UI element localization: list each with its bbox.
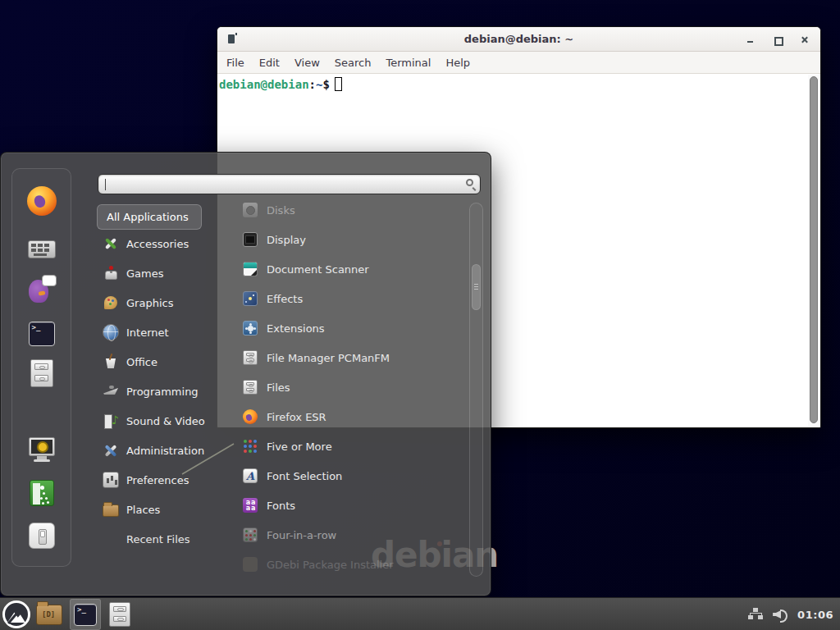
app-item-font-selection[interactable]: Font Selection bbox=[231, 461, 466, 491]
display-icon bbox=[243, 232, 258, 247]
shut-down-icon bbox=[29, 523, 55, 549]
app-item-document-scanner[interactable]: Document Scanner bbox=[231, 254, 466, 284]
app-label: Disks bbox=[267, 204, 295, 217]
office-icon bbox=[103, 354, 119, 370]
menu-terminal[interactable]: Terminal bbox=[378, 53, 438, 72]
volume-icon[interactable] bbox=[773, 608, 788, 621]
app-item-five-or-more[interactable]: Five or More bbox=[231, 431, 466, 461]
four-in-a-row-icon bbox=[243, 527, 258, 542]
internet-globe-icon bbox=[103, 324, 119, 340]
files-launcher[interactable] bbox=[109, 602, 130, 627]
files-launcher[interactable] bbox=[26, 358, 57, 389]
file-cabinet-icon bbox=[30, 359, 53, 387]
maximize-button[interactable] bbox=[773, 35, 782, 44]
app-item-pcmanfm[interactable]: File Manager PCManFM bbox=[231, 343, 466, 372]
menu-file[interactable]: File bbox=[219, 53, 252, 72]
shut-down-button[interactable] bbox=[26, 520, 57, 551]
software-launcher[interactable] bbox=[26, 234, 57, 265]
firefox-launcher[interactable] bbox=[26, 185, 57, 217]
category-label: Recent Files bbox=[126, 533, 190, 546]
app-label: Document Scanner bbox=[267, 263, 369, 276]
app-item-extensions[interactable]: Extensions bbox=[231, 313, 466, 343]
category-programming[interactable]: Programming bbox=[97, 377, 218, 406]
menu-search-box[interactable] bbox=[98, 174, 481, 194]
terminal-menubar: File Edit View Search Terminal Help bbox=[217, 52, 820, 74]
minimize-button[interactable] bbox=[746, 35, 755, 44]
terminal-launcher[interactable] bbox=[26, 318, 57, 349]
app-item-four-in-a-row[interactable]: Four-in-a-row bbox=[231, 520, 466, 550]
category-accessories[interactable]: Accessories bbox=[97, 229, 218, 258]
app-list-scrollbar-thumb[interactable] bbox=[472, 264, 481, 310]
category-label: Preferences bbox=[126, 474, 189, 486]
network-icon[interactable] bbox=[748, 608, 763, 621]
app-item-files[interactable]: Files bbox=[231, 372, 466, 402]
games-icon bbox=[103, 265, 119, 281]
category-label: Places bbox=[126, 504, 160, 516]
graphics-icon bbox=[103, 294, 119, 311]
app-item-display[interactable]: Display bbox=[231, 225, 466, 254]
search-input[interactable] bbox=[98, 175, 480, 194]
app-item-effects[interactable]: Effects bbox=[231, 284, 466, 313]
terminal-titlebar[interactable]: debian@debian: ~ bbox=[217, 27, 820, 52]
app-label: Fonts bbox=[267, 500, 295, 512]
clock[interactable]: 01:06 bbox=[797, 609, 833, 621]
lock-screen-button[interactable] bbox=[26, 435, 57, 466]
file-cabinet-icon bbox=[243, 350, 258, 365]
programming-icon bbox=[103, 383, 119, 399]
category-label: Sound & Video bbox=[126, 415, 205, 427]
system-tray: 01:06 bbox=[748, 598, 840, 630]
debian-folder-launcher[interactable] bbox=[36, 605, 62, 625]
terminal-scrollbar-thumb[interactable] bbox=[810, 76, 818, 423]
category-preferences[interactable]: Preferences bbox=[97, 465, 218, 495]
terminal-scrollbar-track[interactable] bbox=[808, 75, 819, 427]
category-office[interactable]: Office bbox=[97, 347, 218, 377]
category-places[interactable]: Places bbox=[97, 495, 218, 524]
category-label: Internet bbox=[126, 326, 169, 339]
lock-screen-icon bbox=[27, 437, 57, 463]
effects-icon bbox=[243, 291, 258, 306]
category-administration[interactable]: Administration bbox=[97, 436, 218, 465]
terminal-title: debian@debian: ~ bbox=[217, 33, 820, 45]
category-label: Administration bbox=[126, 445, 204, 457]
prompt-path: ~ bbox=[316, 78, 322, 91]
pidgin-icon bbox=[27, 275, 57, 304]
close-button[interactable] bbox=[800, 35, 809, 44]
category-sound-video[interactable]: Sound & Video bbox=[97, 406, 218, 436]
preferences-icon bbox=[103, 472, 119, 488]
menu-edit[interactable]: Edit bbox=[252, 53, 287, 72]
gdebi-icon bbox=[243, 557, 258, 572]
app-label: Firefox ESR bbox=[267, 411, 326, 423]
category-all-applications[interactable]: All Applications bbox=[97, 204, 202, 230]
menu-search[interactable]: Search bbox=[327, 53, 379, 72]
app-label: GDebi Package Installer bbox=[267, 559, 394, 571]
app-item-gdebi[interactable]: GDebi Package Installer bbox=[231, 550, 466, 579]
firefox-icon bbox=[27, 186, 57, 216]
search-icon bbox=[466, 179, 473, 186]
prompt-colon: : bbox=[309, 78, 316, 91]
category-recent-files[interactable]: Recent Files bbox=[97, 524, 218, 554]
category-graphics[interactable]: Graphics bbox=[97, 288, 218, 317]
font-selection-icon bbox=[243, 468, 258, 483]
menu-view[interactable]: View bbox=[287, 53, 327, 72]
app-label: Files bbox=[267, 381, 290, 394]
menu-button[interactable] bbox=[2, 600, 30, 628]
app-list-scrollbar-track[interactable] bbox=[469, 203, 483, 577]
app-label: Four-in-a-row bbox=[267, 529, 336, 541]
category-label: Graphics bbox=[126, 297, 173, 309]
app-item-fonts[interactable]: Fonts bbox=[231, 491, 466, 520]
terminal-icon bbox=[29, 322, 55, 346]
terminal-window-icon bbox=[228, 34, 235, 43]
firefox-icon bbox=[243, 409, 258, 424]
app-item-firefox-esr[interactable]: Firefox ESR bbox=[231, 402, 466, 431]
terminal-window-button-active[interactable] bbox=[70, 599, 101, 630]
messenger-launcher[interactable] bbox=[26, 274, 57, 305]
scanner-icon bbox=[243, 262, 258, 276]
app-item-disks[interactable]: Disks bbox=[231, 195, 466, 225]
app-label: Font Selection bbox=[267, 470, 342, 482]
category-games[interactable]: Games bbox=[97, 258, 218, 288]
log-out-button[interactable] bbox=[26, 477, 57, 509]
menu-help[interactable]: Help bbox=[438, 53, 477, 72]
category-label: Accessories bbox=[126, 238, 189, 250]
extensions-gear-icon bbox=[243, 321, 258, 336]
category-internet[interactable]: Internet bbox=[97, 317, 218, 347]
